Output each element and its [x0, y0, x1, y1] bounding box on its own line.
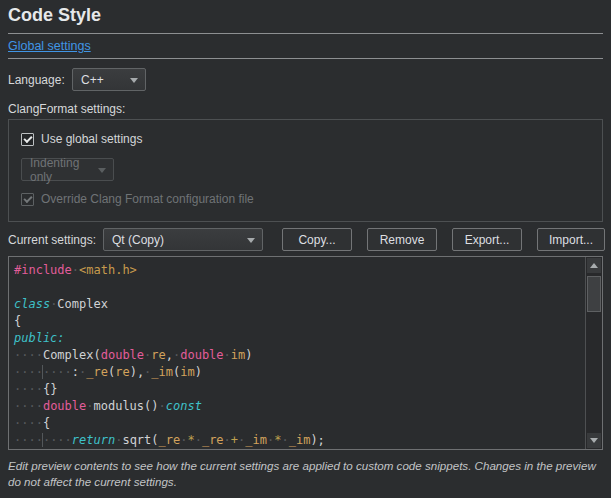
code-line: ····{} — [14, 381, 585, 398]
override-config-label: Override Clang Format configuration file — [41, 192, 254, 206]
clangformat-mode-value: Indenting only — [30, 156, 91, 184]
checkbox-box-icon — [21, 133, 34, 146]
page-title: Code Style — [8, 5, 101, 26]
code-style-settings-page: Code Style Global settings Language: C++… — [0, 0, 611, 498]
code-line: ····{ — [14, 415, 585, 432]
arrow-up-icon — [590, 263, 598, 268]
arrow-down-icon — [590, 438, 598, 443]
clangformat-settings-label: ClangFormat settings: — [8, 102, 125, 116]
import-button[interactable]: Import... — [537, 228, 605, 251]
use-global-settings-label: Use global settings — [41, 132, 142, 146]
scrollbar-up-button[interactable] — [587, 258, 601, 273]
chevron-down-icon — [130, 78, 138, 83]
current-settings-value: Qt (Copy) — [112, 233, 164, 247]
code-line: class·Complex — [14, 296, 585, 313]
checkmark-icon — [23, 193, 32, 202]
code-line: ····Complex(double·re,·double·im) — [14, 347, 585, 364]
language-dropdown-value: C++ — [81, 73, 104, 87]
current-settings-dropdown[interactable]: Qt (Copy) — [103, 228, 263, 251]
clangformat-mode-dropdown[interactable]: Indenting only — [21, 158, 114, 181]
scrollbar-thumb[interactable] — [587, 276, 601, 312]
override-config-checkbox[interactable]: Override Clang Format configuration file — [21, 192, 254, 206]
code-line: { — [14, 313, 585, 330]
global-settings-link[interactable]: Global settings — [8, 39, 91, 53]
language-dropdown[interactable]: C++ — [72, 68, 146, 91]
copy-button[interactable]: Copy... — [282, 228, 352, 251]
language-label: Language: — [8, 73, 65, 87]
checkmark-icon — [23, 133, 32, 142]
scrollbar-down-button[interactable] — [587, 433, 601, 448]
clangformat-groupbox: Use global settings Indenting only Overr… — [8, 119, 603, 222]
vertical-scrollbar[interactable] — [585, 257, 602, 449]
code-line: ····double·modulus()·const — [14, 398, 585, 415]
checkbox-box-icon — [21, 193, 34, 206]
code-line — [14, 279, 585, 296]
chevron-down-icon — [98, 168, 106, 173]
remove-button[interactable]: Remove — [367, 228, 437, 251]
code-line: public: — [14, 330, 585, 347]
current-settings-label: Current settings: — [8, 233, 96, 247]
code-line: ········return·sqrt(_re·*·_re·+·_im·*·_i… — [14, 432, 585, 449]
link-separator — [8, 58, 603, 59]
code-area[interactable]: #include·<math.h> class·Complex{public:·… — [9, 257, 585, 449]
chevron-down-icon — [247, 238, 255, 243]
code-line: #include·<math.h> — [14, 262, 585, 279]
title-separator — [8, 33, 603, 34]
code-preview-editor[interactable]: #include·<math.h> class·Complex{public:·… — [8, 256, 603, 450]
code-line: ········:·_re(re),·_im(im) — [14, 364, 585, 381]
export-button[interactable]: Export... — [452, 228, 522, 251]
footer-note: Edit preview contents to see how the cur… — [8, 458, 601, 490]
use-global-settings-checkbox[interactable]: Use global settings — [21, 132, 142, 146]
